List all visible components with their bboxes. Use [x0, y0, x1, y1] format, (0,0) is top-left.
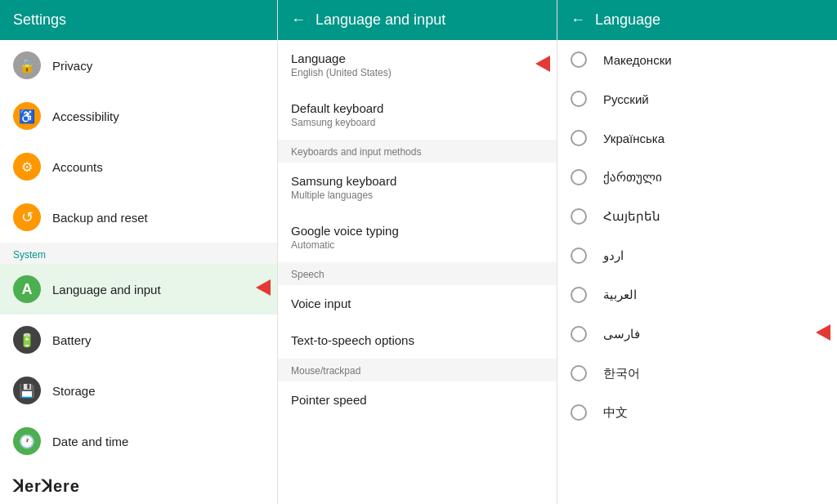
storage-label: Storage [52, 384, 96, 398]
keyboard-menu-title: Default keyboard [291, 101, 544, 115]
privacy-label: Privacy [52, 59, 92, 73]
right-panel-title: Language [595, 11, 660, 29]
lang-arabic: العربية [603, 288, 637, 302]
language-label: Language and input [52, 283, 161, 297]
middle-panel-header: ← Language and input [278, 0, 557, 40]
lang-item-ukrainian[interactable]: Українська [557, 118, 837, 158]
radio-arabic [571, 287, 587, 303]
menu-item-google-voice[interactable]: Google voice typing Automatic [278, 212, 557, 262]
lang-korean: 한국어 [603, 366, 640, 381]
lang-item-persian[interactable]: فارسی [557, 314, 837, 354]
voice-input-title: Voice input [291, 297, 544, 310]
tts-title: Text-to-speech options [291, 333, 544, 347]
menu-item-samsung-kb[interactable]: Samsung keyboard Multiple languages [278, 163, 557, 212]
radio-persian [571, 326, 587, 342]
radio-russian [571, 91, 587, 107]
lang-item-chinese[interactable]: 中文 [557, 393, 837, 432]
lang-persian: فارسی [603, 327, 640, 341]
accessibility-icon: ♿ [13, 102, 41, 130]
menu-item-language[interactable]: Language English (United States) [278, 40, 557, 90]
settings-list: 🔒 Privacy ♿ Accessibility ⚙ Accounts ↺ B… [0, 40, 277, 468]
persian-arrow-container [816, 324, 830, 344]
lang-urdu: اردو [603, 248, 624, 263]
keyboards-subheader-text: Keyboards and input methods [291, 146, 421, 158]
lang-georgian: ქართული [603, 170, 662, 185]
battery-label: Battery [52, 333, 92, 347]
lang-item-urdu[interactable]: اردو [557, 236, 837, 275]
lang-item-arabic[interactable]: العربية [557, 275, 837, 314]
keyboard-menu-sub: Samsung keyboard [291, 117, 544, 128]
sidebar-item-privacy[interactable]: 🔒 Privacy [0, 40, 277, 91]
backup-label: Backup and reset [52, 211, 148, 225]
datetime-label: Date and time [52, 435, 128, 448]
menu-item-voice-input[interactable]: Voice input [278, 285, 557, 322]
google-voice-sub: Automatic [291, 239, 544, 251]
sidebar-item-accounts[interactable]: ⚙ Accounts [0, 141, 277, 192]
language-list: Македонски Русский Українська ქართული Հա… [557, 40, 837, 504]
middle-list: Language English (United States) Default… [278, 40, 557, 504]
lang-chinese: 中文 [603, 405, 628, 421]
accounts-label: Accounts [52, 160, 103, 174]
menu-item-keyboard[interactable]: Default keyboard Samsung keyboard [278, 90, 557, 140]
lang-macedonian: Македонски [603, 53, 672, 67]
sidebar-item-datetime[interactable]: 🕐 Date and time [0, 416, 277, 466]
mouse-subheader: Mouse/trackpad [278, 359, 557, 381]
keyboards-subheader: Keyboards and input methods [278, 140, 557, 163]
language-right-arrow [535, 56, 550, 72]
lang-russian: Русский [603, 92, 649, 106]
language-icon: A [13, 275, 41, 303]
lang-item-korean[interactable]: 한국어 [557, 354, 837, 393]
sidebar-item-backup[interactable]: ↺ Backup and reset [0, 192, 277, 243]
samsung-kb-title: Samsung keyboard [291, 174, 544, 188]
battery-icon: 🔋 [13, 326, 41, 354]
speech-subheader: Speech [278, 262, 557, 285]
sidebar-item-battery[interactable]: 🔋 Battery [0, 314, 277, 365]
middle-back-arrow[interactable]: ← [291, 11, 306, 29]
radio-korean [571, 365, 587, 381]
sidebar-item-accessibility[interactable]: ♿ Accessibility [0, 91, 277, 141]
radio-georgian [571, 169, 587, 185]
radio-ukrainian [571, 130, 587, 146]
lang-item-macedonian[interactable]: Македонски [557, 40, 837, 79]
privacy-icon: 🔒 [13, 51, 41, 79]
sidebar-item-manual[interactable]: 📖 User manual [0, 466, 277, 468]
system-section-header: System [0, 243, 277, 264]
right-back-arrow[interactable]: ← [571, 11, 585, 29]
radio-chinese [571, 404, 587, 421]
lang-item-armenian[interactable]: Հայերեն [557, 197, 837, 236]
lang-armenian: Հայերեն [603, 209, 660, 224]
radio-macedonian [571, 51, 587, 68]
sidebar-item-storage[interactable]: 💾 Storage [0, 365, 277, 416]
lang-item-georgian[interactable]: ქართული [557, 158, 837, 197]
menu-item-pointer[interactable]: Pointer speed [278, 381, 557, 418]
storage-icon: 💾 [13, 377, 41, 404]
radio-urdu [571, 248, 587, 264]
settings-title: Settings [13, 11, 66, 28]
datetime-icon: 🕐 [13, 427, 41, 455]
radio-armenian [571, 208, 587, 225]
menu-item-tts[interactable]: Text-to-speech options [278, 322, 557, 359]
lang-ukrainian: Українська [603, 132, 665, 145]
system-label: System [13, 249, 46, 261]
settings-header: Settings [0, 0, 277, 40]
accounts-icon: ⚙ [13, 153, 41, 181]
sidebar-item-language[interactable]: A Language and input [0, 264, 277, 314]
middle-panel-title: Language and input [316, 11, 445, 29]
watermark: ꓘerꓘere [0, 468, 277, 504]
pointer-title: Pointer speed [291, 393, 544, 407]
language-menu-title: Language [291, 51, 544, 65]
middle-panel: ← Language and input Language English (U… [278, 0, 557, 504]
samsung-kb-sub: Multiple languages [291, 190, 544, 201]
persian-arrow [816, 324, 830, 341]
right-panel: ← Language Македонски Русский Українська… [557, 0, 837, 504]
lang-item-russian[interactable]: Русский [557, 79, 837, 118]
speech-subheader-text: Speech [291, 269, 325, 280]
arrow-left-language [256, 279, 271, 296]
google-voice-title: Google voice typing [291, 224, 544, 238]
backup-icon: ↺ [13, 203, 41, 231]
right-panel-header: ← Language [557, 0, 837, 40]
mouse-subheader-text: Mouse/trackpad [291, 365, 360, 377]
language-menu-sub: English (United States) [291, 67, 544, 78]
language-arrow-indicator [256, 279, 271, 299]
accessibility-label: Accessibility [52, 109, 119, 123]
